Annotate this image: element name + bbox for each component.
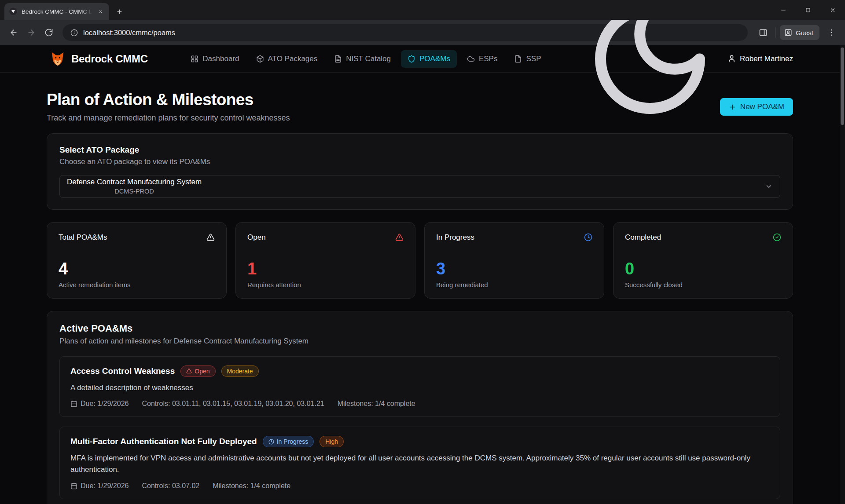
main-nav: Dashboard ATO Packages NIST Catalog POA&… (148, 50, 584, 68)
stat-caption: Being remediated (436, 281, 592, 289)
alert-triangle-icon (395, 233, 404, 241)
arrow-left-icon (9, 28, 18, 37)
page-scrollbar[interactable] (840, 45, 845, 504)
nav-item-poams[interactable]: POA&Ms (401, 50, 457, 68)
nav-item-nist-catalog[interactable]: NIST Catalog (327, 50, 397, 68)
stat-value: 1 (247, 260, 404, 277)
cloud-icon (467, 55, 475, 63)
due-date: Due: 1/29/2026 (70, 400, 129, 408)
stat-value: 4 (59, 260, 215, 277)
nav-item-esps[interactable]: ESPs (460, 50, 504, 68)
nav-item-ssp[interactable]: SSP (507, 50, 547, 68)
controls-list: Controls: 03.01.11, 03.01.15, 03.01.19, … (142, 400, 324, 408)
stat-label: In Progress (436, 233, 474, 242)
poam-item[interactable]: Access Control Weakness Open Moderate A … (59, 356, 780, 417)
info-icon (70, 29, 78, 37)
window-minimize-button[interactable] (771, 0, 796, 20)
new-tab-button[interactable] (113, 5, 126, 18)
stat-caption: Successfully closed (625, 281, 781, 289)
stat-value: 0 (625, 260, 781, 277)
kebab-menu-icon (827, 28, 836, 37)
due-date: Due: 1/29/2026 (70, 482, 129, 490)
nav-item-dashboard[interactable]: Dashboard (184, 50, 246, 68)
page-subtitle: Track and manage remediation plans for s… (47, 113, 290, 123)
poam-description: MFA is implemented for VPN access and ad… (70, 453, 769, 476)
ato-package-select[interactable]: Defense Contract Manufacturing System DC… (59, 175, 780, 198)
tab-favicon-icon (9, 7, 18, 16)
user-name: Robert Martinez (740, 55, 793, 63)
stat-value: 3 (436, 260, 592, 277)
nav-label: POA&Ms (419, 55, 450, 63)
status-badge: In Progress (263, 436, 314, 447)
calendar-icon (70, 400, 77, 407)
package-selector-card: Select ATO Package Choose an ATO package… (47, 133, 793, 210)
tab-title: Bedrock CMMC - CMMC Level (22, 8, 92, 15)
arrow-right-icon (27, 28, 36, 37)
brand-name: Bedrock CMMC (71, 53, 148, 65)
plus-icon (729, 103, 736, 111)
nav-label: ESPs (479, 55, 498, 63)
scrollbar-thumb[interactable] (841, 47, 844, 125)
user-menu[interactable]: Robert Martinez (727, 55, 793, 63)
main-content: Plan of Action & Milestones Track and ma… (0, 73, 845, 504)
app-header: Bedrock CMMC Dashboard ATO Packages NIST… (0, 45, 845, 73)
severity-badge: Moderate (221, 365, 259, 377)
new-poam-button[interactable]: New POA&M (720, 98, 793, 116)
poam-title: Multi-Factor Authentication Not Fully De… (70, 437, 257, 446)
stat-card-completed: Completed 0 Successfully closed (613, 222, 793, 299)
stat-card-in-progress: In Progress 3 Being remediated (424, 222, 604, 299)
reload-button[interactable] (41, 25, 56, 40)
user-icon (727, 55, 736, 63)
browser-tab[interactable]: Bedrock CMMC - CMMC Level (4, 3, 109, 20)
package-icon (256, 55, 264, 63)
stat-label: Total POA&Ms (59, 233, 107, 242)
url-text: localhost:3000/cmmc/poams (83, 29, 175, 37)
clock-icon (268, 439, 274, 445)
selected-package-code: DCMS-PROD (67, 188, 202, 195)
dashboard-icon (191, 55, 198, 63)
stat-caption: Active remediation items (59, 281, 215, 289)
milestones-progress: Milestones: 1/4 complete (338, 400, 415, 408)
selector-subtitle: Choose an ATO package to view its POA&Ms (59, 157, 780, 166)
stat-card-open: Open 1 Requires attention (235, 222, 415, 299)
close-icon (830, 7, 836, 13)
stat-caption: Requires attention (247, 281, 404, 289)
alert-triangle-icon (206, 233, 215, 241)
shield-icon (408, 55, 415, 63)
brand[interactable]: Bedrock CMMC (49, 51, 148, 67)
nav-label: NIST Catalog (346, 55, 391, 63)
alert-triangle-icon (186, 368, 192, 374)
severity-badge: High (320, 436, 344, 447)
maximize-icon (805, 7, 811, 13)
nav-label: SSP (526, 55, 541, 63)
check-circle-icon (773, 233, 781, 241)
reload-icon (44, 28, 53, 37)
stat-label: Open (247, 233, 266, 242)
status-badge: Open (180, 365, 215, 377)
stat-card-total: Total POA&Ms 4 Active remediation items (47, 222, 227, 299)
poam-item[interactable]: Multi-Factor Authentication Not Fully De… (59, 427, 780, 499)
stat-label: Completed (625, 233, 661, 242)
controls-list: Controls: 03.07.02 (142, 482, 199, 490)
browser-menu-button[interactable] (824, 25, 839, 40)
window-maximize-button[interactable] (796, 0, 820, 20)
selected-package-name: Defense Contract Manufacturing System (67, 178, 202, 186)
plus-icon (116, 8, 123, 15)
clock-icon (584, 233, 592, 241)
forward-button[interactable] (24, 25, 39, 40)
nav-item-ato-packages[interactable]: ATO Packages (250, 50, 324, 68)
nav-label: ATO Packages (268, 55, 318, 63)
document-icon (334, 55, 342, 63)
active-poams-card: Active POA&Ms Plans of action and milest… (47, 311, 793, 504)
profile-label: Guest (796, 29, 813, 37)
back-button[interactable] (6, 25, 21, 40)
poam-description: A detailed description of weaknesses (70, 382, 769, 394)
nav-label: Dashboard (202, 55, 239, 63)
fox-logo-icon (49, 51, 66, 67)
page-title: Plan of Action & Milestones (47, 91, 290, 109)
file-icon (514, 55, 522, 63)
browser-tabstrip: Bedrock CMMC - CMMC Level (0, 0, 845, 20)
tab-close-icon[interactable] (96, 7, 105, 16)
poams-subtitle: Plans of action and milestones for Defen… (59, 337, 780, 346)
window-close-button[interactable] (820, 0, 845, 20)
